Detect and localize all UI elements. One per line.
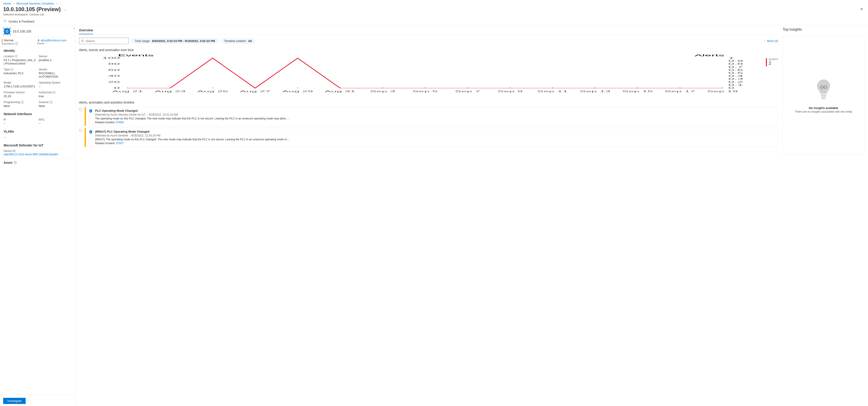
shield-icon (89, 130, 93, 145)
timeline-item: (MDIoT) PLC Operating Mode Changed Detec… (79, 128, 778, 147)
shield-icon (89, 109, 93, 124)
svg-rect-56 (91, 132, 91, 133)
svg-point-3 (82, 40, 83, 41)
info-icon[interactable]: i (50, 101, 53, 104)
timeline-card[interactable]: PLC Operating Mode Changed Detected by A… (84, 107, 778, 126)
owner-link[interactable]: alice@contoso.com (41, 38, 67, 42)
mdiot-heading: Microsoft Defender for IoT (4, 144, 71, 147)
device-id-link[interactable]: dab39013-c310-4e1b-8f5f-cb94b618aa83 (4, 153, 58, 156)
entity-title: 10.0.100.105 (13, 30, 31, 33)
entity-sidebar: « 10.0.100.105 Normal Importancei alice@… (0, 26, 75, 406)
mac-value: -- (39, 122, 72, 125)
svg-text:Events: Events (118, 54, 154, 57)
svg-point-53 (90, 110, 91, 111)
chevron-right-icon: › (56, 2, 57, 5)
firmware-value: 20.19 (4, 94, 36, 98)
search-input[interactable] (79, 38, 129, 44)
timeline-item: PLC Operating Mode Changed Detected by A… (79, 107, 778, 126)
guides-link[interactable]: Guides & Feedback (9, 20, 34, 23)
time-range-filter[interactable]: Time range : 8/20/2022, 3:52:23 PM - 9/1… (132, 38, 218, 44)
insights-empty-title: No insights available (809, 106, 838, 110)
timeline-content-filter[interactable]: Timeline content : All (221, 38, 255, 44)
info-icon[interactable]: i (53, 91, 55, 94)
device-id-label: Device ID (4, 149, 71, 153)
investigate-button[interactable]: Investigate (3, 398, 26, 404)
programming-label: Programming (4, 100, 20, 104)
azure-heading: Azure (4, 161, 12, 165)
related-incident-label: Related incident: (95, 142, 115, 145)
alert-description: (MDIoT) The operating mode on this PLC c… (95, 138, 289, 141)
scanner-label: Scanner (39, 100, 49, 104)
svg-text:0.7: 0.7 (728, 66, 743, 68)
info-icon[interactable]: i (21, 101, 24, 104)
breadcrumb-home[interactable]: Home (3, 2, 11, 5)
alert-time: 8/29/2022, 10:32:15 AM (149, 113, 178, 116)
related-incident-link[interactable]: 87937 (116, 142, 124, 145)
owner-label: Owner (37, 42, 44, 45)
svg-text:0.5: 0.5 (728, 71, 743, 74)
info-icon[interactable]: i (14, 161, 17, 164)
svg-point-2 (38, 39, 39, 40)
search-icon (81, 39, 84, 42)
related-incident-label: Related incident: (95, 121, 115, 124)
svg-text:60: 60 (108, 68, 120, 71)
more-filters-link[interactable]: More (5) (764, 39, 778, 43)
info-icon[interactable]: i (15, 55, 18, 58)
svg-text:0.9: 0.9 (728, 59, 743, 62)
vendor-value: ROCKWELL AUTOMATION (39, 71, 72, 78)
svg-text:Aug 25: Aug 25 (197, 90, 228, 93)
alerts-count: 2 (769, 61, 778, 66)
type-value: Industrial | PLC (4, 71, 36, 75)
alerts-label: ALERTS (769, 58, 778, 61)
more-actions-icon[interactable]: ··· (64, 8, 67, 12)
sensor-value: prodline.1 (39, 58, 72, 62)
breadcrumb-incidents[interactable]: Microsoft Sentinel | Incidents (16, 2, 54, 5)
timeline-select-radio[interactable] (79, 108, 82, 111)
sensor-label: Sensor (39, 55, 72, 58)
ip-label: IP (4, 118, 36, 121)
os-value: -- (39, 85, 72, 88)
chevron-down-icon (764, 39, 766, 42)
svg-text:Aug 21: Aug 21 (112, 90, 143, 93)
info-icon[interactable]: i (15, 42, 18, 45)
search-field[interactable] (86, 39, 127, 43)
svg-text:Aug 27: Aug 27 (240, 90, 271, 93)
svg-text:Sep 17: Sep 17 (664, 90, 695, 93)
collapse-sidebar-icon[interactable]: « (73, 27, 75, 30)
svg-point-55 (90, 131, 91, 132)
mac-label: MAC (39, 118, 72, 121)
svg-text:0.6: 0.6 (728, 68, 743, 71)
breadcrumb: Home › Microsoft Sentinel | Incidents › (0, 0, 868, 5)
authorized-label: Authorized (39, 91, 52, 94)
svg-text:Sep 7: Sep 7 (455, 90, 480, 93)
svg-text:Sep 15: Sep 15 (622, 90, 653, 93)
page-header: 10.0.100.105 (Preview) ··· Selected work… (0, 5, 868, 18)
svg-text:0.1: 0.1 (728, 84, 743, 86)
timeline-card[interactable]: (MDIoT) PLC Operating Mode Changed Detec… (84, 128, 778, 147)
svg-rect-59 (822, 98, 825, 99)
vendor-label: Vendor (39, 68, 72, 71)
location-value: Fa 1 | Production_line_4 | ProcessContro… (4, 58, 36, 65)
svg-text:1: 1 (728, 57, 734, 59)
chart-section-title: Alerts, events and anomalies over time (79, 48, 778, 52)
events-alerts-chart: EventsAlerts02040608010000.10.20.30.40.5… (79, 54, 762, 95)
guides-bar: Guides & Feedback (0, 18, 868, 26)
workspace-label: Selected workspace: (3, 13, 28, 16)
info-icon[interactable]: i (10, 68, 13, 71)
ip-value: -- (4, 122, 36, 125)
insights-empty-sub: There are no insights associated with th… (795, 110, 852, 113)
svg-text:0.2: 0.2 (728, 81, 743, 83)
close-icon[interactable]: ✕ (858, 6, 865, 12)
svg-text:Sep 13: Sep 13 (580, 90, 611, 93)
identity-heading: Identity (4, 49, 71, 53)
os-label: Operating System (39, 81, 72, 84)
alert-source: Detected by Azure Sentinel (95, 134, 128, 137)
svg-text:0.8: 0.8 (728, 62, 743, 65)
location-label: Location (4, 55, 14, 58)
tab-overview[interactable]: Overview (79, 27, 93, 34)
svg-rect-57 (821, 94, 826, 96)
insights-title: Top insights (783, 27, 864, 32)
related-incident-link[interactable]: 87858 (116, 121, 124, 124)
svg-text:Sep 19: Sep 19 (707, 90, 738, 93)
timeline-select-radio[interactable] (79, 129, 82, 132)
